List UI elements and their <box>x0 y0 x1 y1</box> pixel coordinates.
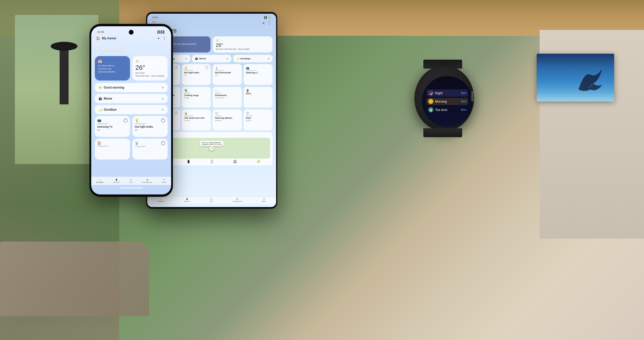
watch-scene-tea[interactable]: 🍵 Tea time Run <box>426 106 468 113</box>
watch-morning-name: Morning <box>435 100 447 103</box>
watch-tea-run-btn[interactable]: Run <box>461 108 467 111</box>
phone-card-weather[interactable]: ⛅ 26° My homeUltra fine dust : Very Good… <box>132 56 168 81</box>
tablet-device-samsung-c[interactable]: 📺 Living room Samsung C... <box>244 64 273 85</box>
tablet-map-btn-watch[interactable]: ⌚ <box>210 160 213 163</box>
tablet-washer-card-icon: 🫧 <box>215 112 239 115</box>
scene-good-morning-icon: ☀️ <box>98 86 102 89</box>
tablet-thermostat-room: Living room <box>215 69 239 71</box>
tablet-nav-devices-icon: 📱 <box>186 198 188 200</box>
watch-night-run-btn[interactable]: Run <box>461 92 467 95</box>
watch-tea-name: Tea time <box>435 108 448 112</box>
nav-menu-label: Menu <box>162 181 166 183</box>
scene-good-morning-label: Good morning <box>104 86 124 89</box>
nav-devices-label: Devices <box>113 181 120 183</box>
tv-power-icon[interactable] <box>123 118 128 123</box>
extra2-device-icon: 📡 <box>135 141 139 145</box>
scene-good-morning-arrow: ▶ <box>162 86 164 89</box>
scene-movie-arrow: ▶ <box>162 97 164 100</box>
tablet-dryer-icon: 👕 <box>246 112 270 115</box>
tablet-range-name: Cooking range <box>184 94 209 96</box>
weather-icon: ⛅ <box>135 59 165 63</box>
tablet-nav-automations[interactable]: ⚙️ Automations <box>233 198 242 202</box>
background-lamp <box>60 45 69 104</box>
tablet-device-nest-thermostat[interactable]: 🌡️ Living room Nest thermostat 24°C <box>213 64 242 85</box>
watch-scene-morning[interactable]: ☀️ Morning Run <box>426 98 468 105</box>
tv-status: On <box>97 129 128 131</box>
nav-favorites-label: Favorites <box>96 181 103 183</box>
add-icon[interactable]: + <box>157 36 160 41</box>
tablet-nav-menu-icon: ☰ <box>263 198 265 200</box>
tablet-lock-status: Locked <box>184 120 209 121</box>
phone-card-washer-text: 1hr 30min left onLaundry roomSamsung Was… <box>98 64 127 73</box>
phone-nav-life[interactable]: 📋 Life <box>129 179 132 183</box>
phone-notch <box>129 30 134 35</box>
tablet-nav-favorites[interactable]: ⭐ Favorites <box>157 198 164 202</box>
tablet-nav-life[interactable]: 📋 Life <box>210 198 213 202</box>
phone-device-living-room-extra2[interactable]: 📡 Living room <box>132 139 168 160</box>
tablet-device-door[interactable]: 🚪 Door... <box>244 87 273 108</box>
phone-nav-favorites[interactable]: ⭐ Favorites <box>96 179 103 183</box>
scene-movie-label: Movie <box>104 97 112 100</box>
tablet-device-dishwasher[interactable]: 🍽️ Kitchen Dishwasher Connected <box>213 87 242 108</box>
phone-scene-goodbye[interactable]: 🌙 Goodbye ▶ <box>95 105 168 114</box>
tablet-map-btn-phone[interactable]: 📱 <box>187 160 190 163</box>
tablet-scene-morning-arrow: ▶ <box>186 58 187 60</box>
tablet-camera-power[interactable] <box>175 112 178 115</box>
tablet-device-cooking-range[interactable]: 🍳 Kitchen Cooking range Ready <box>182 87 211 108</box>
more-icon[interactable]: ⋮ <box>162 36 166 41</box>
tablet-device-dryer[interactable]: 👕 Laundry Dryer Drying <box>244 109 273 130</box>
tablet-map-btn-compass[interactable]: 🧭 <box>257 160 260 163</box>
phone-scene-good-morning[interactable]: ☀️ Good morning ▶ <box>95 83 168 92</box>
tablet-more-icon[interactable]: ⋮ <box>267 21 271 25</box>
phone-device-hue-bulbs[interactable]: 💡 Living room Hue light bulbs On <box>132 116 168 137</box>
tablet-extra-icon: 📺 <box>246 67 249 69</box>
tablet-nav-devices[interactable]: 📱 Devices <box>184 198 190 202</box>
watch-scene-night-label: 🌙 Night <box>428 90 443 96</box>
phone-device-living-room-extra[interactable]: 🏠 Living room <box>95 139 130 160</box>
phone-card-washer[interactable]: 📅 1hr 30min left onLaundry roomSamsung W… <box>95 56 130 81</box>
scene-goodbye-icon: 🌙 <box>98 108 102 111</box>
tablet-lock-icon: 🔒 <box>184 112 209 115</box>
watch-morning-run-btn[interactable]: Run <box>461 100 467 103</box>
phone-device-samsung-tv[interactable]: 📺 Living room Samsung TV On <box>95 116 130 137</box>
tablet-scene-goodbye[interactable]: 🌙 Goodbye ▶ <box>233 55 273 62</box>
phone-nav-devices[interactable]: 📱 Devices <box>113 179 120 183</box>
tablet-add-icon[interactable]: + <box>262 21 265 25</box>
extra2-room-label: Living room <box>135 145 165 147</box>
extra2-power-icon[interactable] <box>161 141 165 145</box>
phone-scene-movie[interactable]: 🎬 Movie ▶ <box>95 94 168 103</box>
tablet-map-btn-other[interactable]: 🎧 <box>233 160 237 163</box>
nav-menu-icon: ☰ <box>163 179 165 181</box>
tablet-nav-menu[interactable]: ☰ Menu <box>262 198 266 202</box>
watch-body: 🌙 Night Run ☀️ Morning Run 🍵 Tea time <box>414 66 474 131</box>
tablet-nav-favorites-label: Favorites <box>157 200 164 202</box>
tablet-scene-goodbye-left: 🌙 Goodbye <box>236 57 251 60</box>
bulb-status: On <box>135 129 165 131</box>
tablet-dishwasher-status: Connected <box>215 97 239 99</box>
tablet-device-hue-bulbs[interactable]: 💡 Living room Hue light bulbs On <box>182 64 211 85</box>
tablet-range-room: Kitchen <box>184 92 209 94</box>
tablet-device-yale-lock[interactable]: 🔒 Living room Yale smart door lock Locke… <box>182 109 211 130</box>
bulb-power-icon[interactable] <box>161 118 165 123</box>
tablet-bulb-power[interactable] <box>205 67 208 69</box>
tablet-nav-devices-label: Devices <box>184 200 190 202</box>
phone-home-bar <box>119 187 143 188</box>
phone-header-icons: + ⋮ <box>157 36 166 41</box>
tablet-device-popup-updated: Updated: 08/04 12:02 PM <box>202 143 222 145</box>
tablet-bulb-status: On <box>184 74 209 76</box>
watch-crown[interactable] <box>471 91 473 101</box>
phone-home-title: My home <box>102 36 116 40</box>
tablet-device-washer[interactable]: 🫧 Laundry Samsung Washer Washing <box>213 109 242 130</box>
tablet-scene-movie[interactable]: 🎬 Movie ▶ <box>192 55 231 62</box>
tablet-washer-card-status: Washing <box>215 120 239 121</box>
nav-favorites-icon: ⭐ <box>99 179 101 181</box>
tv-room-label: Living room <box>97 123 128 125</box>
scene-movie-icon: 🎬 <box>98 97 102 100</box>
watch-scene-night[interactable]: 🌙 Night Run <box>426 89 468 97</box>
tablet-card-weather[interactable]: ⛅ 26° My home Ultra fine dust : Very Goo… <box>213 36 273 52</box>
phone-nav-menu[interactable]: ☰ Menu <box>162 179 166 183</box>
nav-automations-icon: ⚙️ <box>146 179 148 181</box>
scene-good-morning-left: ☀️ Good morning <box>98 86 124 89</box>
tablet-tv-power[interactable] <box>175 67 178 69</box>
phone-nav-automations[interactable]: ⚙️ Automations <box>142 179 152 183</box>
